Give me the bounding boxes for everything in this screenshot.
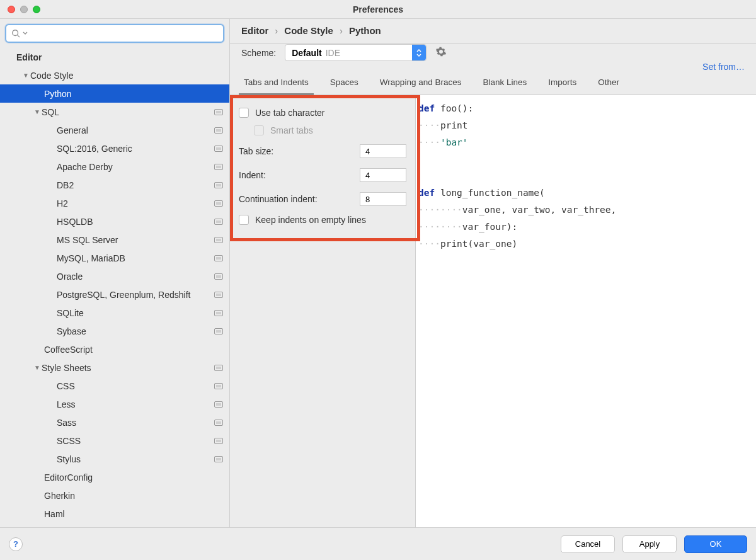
set-from-link[interactable]: Set from… bbox=[702, 62, 745, 72]
titlebar: Preferences bbox=[0, 0, 756, 19]
scope-icon bbox=[214, 146, 223, 152]
svg-rect-23 bbox=[216, 294, 221, 296]
tab[interactable]: Other bbox=[597, 71, 621, 94]
nav-item[interactable]: Gherkin bbox=[0, 486, 229, 505]
checkbox-icon bbox=[239, 215, 249, 225]
svg-rect-25 bbox=[216, 312, 221, 314]
nav-item[interactable]: Sybase bbox=[0, 322, 229, 340]
scheme-label: Scheme: bbox=[241, 48, 276, 58]
svg-rect-17 bbox=[216, 239, 221, 241]
caret-icon: ▼ bbox=[21, 72, 30, 79]
svg-rect-9 bbox=[216, 166, 221, 168]
code-preview: def foo(): ····print ····'bar' def long_… bbox=[416, 95, 756, 527]
scope-icon bbox=[214, 273, 223, 280]
breadcrumb-part: Code Style bbox=[284, 25, 333, 36]
nav-item[interactable]: SQLite bbox=[0, 304, 229, 322]
checkbox-icon bbox=[239, 108, 249, 118]
field-label: Tab size: bbox=[239, 146, 273, 156]
help-button[interactable]: ? bbox=[9, 537, 23, 551]
nav-item[interactable]: Haml bbox=[0, 505, 229, 523]
scheme-value: Default bbox=[292, 48, 321, 58]
nav-item[interactable]: CSS bbox=[0, 377, 229, 395]
nav-item[interactable]: HSQLDB bbox=[0, 212, 229, 231]
continuation-indent-input[interactable] bbox=[360, 192, 406, 206]
sidebar: Editor▼Code StylePython▼SQLGeneralSQL:20… bbox=[0, 19, 230, 527]
tabs-bar: Tabs and IndentsSpacesWrapping and Brace… bbox=[230, 71, 756, 95]
tab[interactable]: Blank Lines bbox=[481, 71, 528, 94]
tab-size-input[interactable] bbox=[360, 144, 406, 158]
nav-item[interactable]: Apache Derby bbox=[0, 157, 229, 176]
nav-item[interactable]: General bbox=[0, 121, 229, 139]
nav-item[interactable]: Python bbox=[0, 84, 229, 103]
settings-column: Use tab character Smart tabs Tab size: I… bbox=[230, 95, 416, 527]
dropdown-icon bbox=[412, 45, 426, 60]
checkbox-label: Smart tabs bbox=[270, 125, 313, 135]
tab[interactable]: Tabs and Indents bbox=[243, 71, 310, 94]
breadcrumb: Editor › Code Style › Python bbox=[241, 25, 745, 43]
nav-item[interactable]: ▼SQL bbox=[0, 103, 229, 121]
scope-icon bbox=[214, 383, 223, 389]
nav-root[interactable]: Editor bbox=[0, 48, 229, 66]
checkbox-label: Keep indents on empty lines bbox=[255, 215, 366, 225]
scope-icon bbox=[214, 401, 223, 408]
svg-rect-37 bbox=[216, 440, 221, 442]
svg-rect-13 bbox=[216, 202, 221, 205]
svg-rect-31 bbox=[216, 385, 221, 387]
svg-rect-7 bbox=[216, 147, 221, 150]
svg-rect-33 bbox=[216, 403, 221, 406]
svg-rect-35 bbox=[216, 421, 221, 424]
nav-tree[interactable]: Editor▼Code StylePython▼SQLGeneralSQL:20… bbox=[0, 48, 229, 527]
apply-button[interactable]: Apply bbox=[622, 535, 677, 553]
smart-tabs-checkbox: Smart tabs bbox=[239, 122, 406, 139]
scheme-row: Scheme: Default IDE Set from… bbox=[230, 44, 756, 71]
scope-icon bbox=[214, 237, 223, 243]
caret-icon: ▼ bbox=[33, 364, 42, 371]
tab[interactable]: Wrapping and Braces bbox=[379, 71, 463, 94]
nav-item[interactable]: PostgreSQL, Greenplum, Redshift bbox=[0, 285, 229, 304]
scope-icon bbox=[214, 109, 223, 115]
scope-icon bbox=[214, 164, 223, 170]
scheme-suffix: IDE bbox=[326, 48, 340, 58]
nav-item[interactable]: MS SQL Server bbox=[0, 231, 229, 249]
nav-item[interactable]: ▼Code Style bbox=[0, 66, 229, 84]
svg-rect-3 bbox=[216, 111, 221, 113]
search-input-wrap[interactable] bbox=[5, 24, 224, 43]
scope-icon bbox=[214, 310, 223, 316]
chevron-right-icon: › bbox=[275, 25, 278, 36]
tab[interactable]: Spaces bbox=[329, 71, 360, 94]
keep-indents-checkbox[interactable]: Keep indents on empty lines bbox=[239, 211, 406, 229]
breadcrumb-part: Editor bbox=[241, 25, 268, 36]
nav-item[interactable]: MySQL, MariaDB bbox=[0, 249, 229, 267]
field-label: Continuation indent: bbox=[239, 194, 318, 204]
nav-item[interactable]: DB2 bbox=[0, 176, 229, 194]
use-tab-char-checkbox[interactable]: Use tab character bbox=[239, 104, 406, 122]
nav-item[interactable]: SCSS bbox=[0, 431, 229, 450]
svg-line-1 bbox=[18, 35, 20, 38]
scheme-select[interactable]: Default IDE bbox=[285, 44, 427, 61]
nav-item[interactable]: ▼Style Sheets bbox=[0, 358, 229, 377]
scope-icon bbox=[214, 182, 223, 188]
cancel-button[interactable]: Cancel bbox=[561, 535, 615, 553]
ok-button[interactable]: OK bbox=[684, 535, 747, 553]
nav-item[interactable]: CoffeeScript bbox=[0, 340, 229, 358]
gear-icon[interactable] bbox=[435, 46, 447, 59]
nav-item[interactable]: H2 bbox=[0, 194, 229, 212]
nav-item[interactable]: Less bbox=[0, 395, 229, 413]
nav-item[interactable]: Oracle bbox=[0, 267, 229, 285]
tab[interactable]: Imports bbox=[547, 71, 578, 94]
nav-item[interactable]: Sass bbox=[0, 413, 229, 431]
svg-rect-21 bbox=[216, 275, 221, 278]
search-input[interactable] bbox=[30, 29, 218, 38]
indent-row: Indent: bbox=[239, 163, 406, 187]
checkbox-label: Use tab character bbox=[255, 108, 325, 118]
main-pane: Editor › Code Style › Python Scheme: Def… bbox=[230, 19, 756, 527]
scope-icon bbox=[214, 328, 223, 334]
nav-item[interactable]: EditorConfig bbox=[0, 468, 229, 486]
nav-item[interactable]: Stylus bbox=[0, 450, 229, 468]
scope-icon bbox=[214, 292, 223, 298]
footer: ? Cancel Apply OK bbox=[0, 527, 756, 560]
nav-item[interactable]: SQL:2016, Generic bbox=[0, 139, 229, 157]
tab-size-row: Tab size: bbox=[239, 139, 406, 163]
indent-input[interactable] bbox=[360, 168, 406, 182]
window-title: Preferences bbox=[0, 4, 756, 14]
